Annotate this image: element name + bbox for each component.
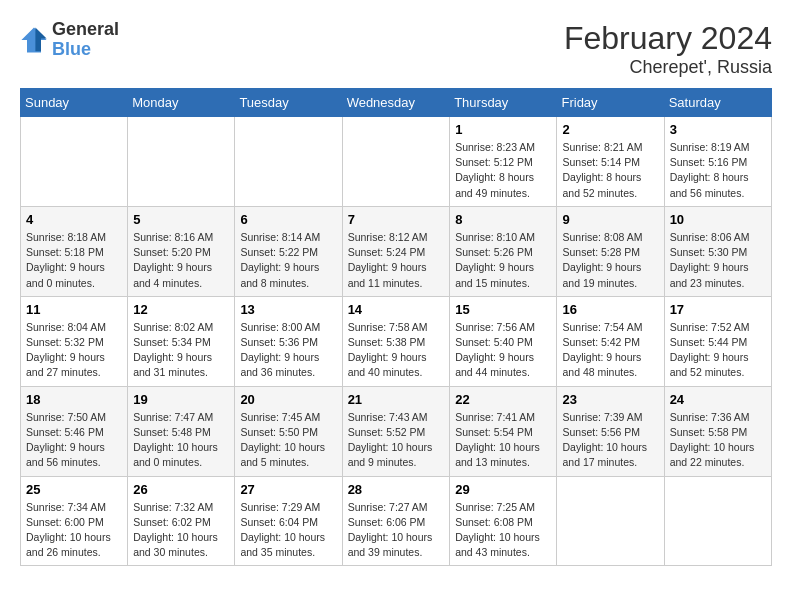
day-number: 1 — [455, 122, 551, 137]
day-number: 18 — [26, 392, 122, 407]
calendar-cell — [128, 117, 235, 207]
day-detail: Sunrise: 8:16 AM Sunset: 5:20 PM Dayligh… — [133, 230, 229, 291]
calendar-cell: 18Sunrise: 7:50 AM Sunset: 5:46 PM Dayli… — [21, 386, 128, 476]
day-number: 7 — [348, 212, 445, 227]
title-block: February 2024 Cherepet', Russia — [564, 20, 772, 78]
calendar-cell: 22Sunrise: 7:41 AM Sunset: 5:54 PM Dayli… — [450, 386, 557, 476]
day-number: 23 — [562, 392, 658, 407]
logo-blue: Blue — [52, 40, 119, 60]
day-number: 13 — [240, 302, 336, 317]
calendar-cell: 24Sunrise: 7:36 AM Sunset: 5:58 PM Dayli… — [664, 386, 771, 476]
week-row-4: 18Sunrise: 7:50 AM Sunset: 5:46 PM Dayli… — [21, 386, 772, 476]
day-number: 12 — [133, 302, 229, 317]
day-number: 21 — [348, 392, 445, 407]
day-detail: Sunrise: 7:27 AM Sunset: 6:06 PM Dayligh… — [348, 500, 445, 561]
day-detail: Sunrise: 8:02 AM Sunset: 5:34 PM Dayligh… — [133, 320, 229, 381]
page-subtitle: Cherepet', Russia — [564, 57, 772, 78]
day-number: 6 — [240, 212, 336, 227]
calendar-cell: 25Sunrise: 7:34 AM Sunset: 6:00 PM Dayli… — [21, 476, 128, 566]
week-row-5: 25Sunrise: 7:34 AM Sunset: 6:00 PM Dayli… — [21, 476, 772, 566]
day-detail: Sunrise: 7:34 AM Sunset: 6:00 PM Dayligh… — [26, 500, 122, 561]
day-detail: Sunrise: 8:06 AM Sunset: 5:30 PM Dayligh… — [670, 230, 766, 291]
day-number: 2 — [562, 122, 658, 137]
day-detail: Sunrise: 8:23 AM Sunset: 5:12 PM Dayligh… — [455, 140, 551, 201]
col-header-tuesday: Tuesday — [235, 89, 342, 117]
day-detail: Sunrise: 7:54 AM Sunset: 5:42 PM Dayligh… — [562, 320, 658, 381]
calendar-cell: 8Sunrise: 8:10 AM Sunset: 5:26 PM Daylig… — [450, 206, 557, 296]
calendar-cell: 27Sunrise: 7:29 AM Sunset: 6:04 PM Dayli… — [235, 476, 342, 566]
calendar-cell: 5Sunrise: 8:16 AM Sunset: 5:20 PM Daylig… — [128, 206, 235, 296]
week-row-3: 11Sunrise: 8:04 AM Sunset: 5:32 PM Dayli… — [21, 296, 772, 386]
day-detail: Sunrise: 8:12 AM Sunset: 5:24 PM Dayligh… — [348, 230, 445, 291]
calendar-header-row: SundayMondayTuesdayWednesdayThursdayFrid… — [21, 89, 772, 117]
col-header-sunday: Sunday — [21, 89, 128, 117]
calendar-cell: 21Sunrise: 7:43 AM Sunset: 5:52 PM Dayli… — [342, 386, 450, 476]
day-detail: Sunrise: 8:18 AM Sunset: 5:18 PM Dayligh… — [26, 230, 122, 291]
day-detail: Sunrise: 8:00 AM Sunset: 5:36 PM Dayligh… — [240, 320, 336, 381]
calendar-cell: 17Sunrise: 7:52 AM Sunset: 5:44 PM Dayli… — [664, 296, 771, 386]
day-number: 28 — [348, 482, 445, 497]
logo-general: General — [52, 20, 119, 40]
col-header-saturday: Saturday — [664, 89, 771, 117]
calendar-cell: 11Sunrise: 8:04 AM Sunset: 5:32 PM Dayli… — [21, 296, 128, 386]
calendar-cell: 6Sunrise: 8:14 AM Sunset: 5:22 PM Daylig… — [235, 206, 342, 296]
day-detail: Sunrise: 7:25 AM Sunset: 6:08 PM Dayligh… — [455, 500, 551, 561]
calendar-cell: 29Sunrise: 7:25 AM Sunset: 6:08 PM Dayli… — [450, 476, 557, 566]
day-detail: Sunrise: 7:39 AM Sunset: 5:56 PM Dayligh… — [562, 410, 658, 471]
day-detail: Sunrise: 7:29 AM Sunset: 6:04 PM Dayligh… — [240, 500, 336, 561]
logo-icon — [20, 26, 48, 54]
day-detail: Sunrise: 7:58 AM Sunset: 5:38 PM Dayligh… — [348, 320, 445, 381]
calendar-table: SundayMondayTuesdayWednesdayThursdayFrid… — [20, 88, 772, 566]
col-header-friday: Friday — [557, 89, 664, 117]
day-number: 16 — [562, 302, 658, 317]
day-number: 10 — [670, 212, 766, 227]
day-number: 11 — [26, 302, 122, 317]
day-detail: Sunrise: 8:10 AM Sunset: 5:26 PM Dayligh… — [455, 230, 551, 291]
calendar-cell: 28Sunrise: 7:27 AM Sunset: 6:06 PM Dayli… — [342, 476, 450, 566]
svg-marker-0 — [21, 27, 46, 52]
day-detail: Sunrise: 8:19 AM Sunset: 5:16 PM Dayligh… — [670, 140, 766, 201]
day-number: 8 — [455, 212, 551, 227]
day-number: 22 — [455, 392, 551, 407]
calendar-cell: 15Sunrise: 7:56 AM Sunset: 5:40 PM Dayli… — [450, 296, 557, 386]
calendar-cell — [21, 117, 128, 207]
calendar-cell: 12Sunrise: 8:02 AM Sunset: 5:34 PM Dayli… — [128, 296, 235, 386]
day-number: 3 — [670, 122, 766, 137]
day-detail: Sunrise: 7:50 AM Sunset: 5:46 PM Dayligh… — [26, 410, 122, 471]
page-header: General Blue February 2024 Cherepet', Ru… — [20, 20, 772, 78]
week-row-1: 1Sunrise: 8:23 AM Sunset: 5:12 PM Daylig… — [21, 117, 772, 207]
day-number: 17 — [670, 302, 766, 317]
day-number: 14 — [348, 302, 445, 317]
calendar-cell: 13Sunrise: 8:00 AM Sunset: 5:36 PM Dayli… — [235, 296, 342, 386]
calendar-cell — [235, 117, 342, 207]
day-detail: Sunrise: 7:52 AM Sunset: 5:44 PM Dayligh… — [670, 320, 766, 381]
day-detail: Sunrise: 7:36 AM Sunset: 5:58 PM Dayligh… — [670, 410, 766, 471]
col-header-thursday: Thursday — [450, 89, 557, 117]
week-row-2: 4Sunrise: 8:18 AM Sunset: 5:18 PM Daylig… — [21, 206, 772, 296]
day-detail: Sunrise: 7:32 AM Sunset: 6:02 PM Dayligh… — [133, 500, 229, 561]
calendar-cell: 26Sunrise: 7:32 AM Sunset: 6:02 PM Dayli… — [128, 476, 235, 566]
calendar-cell: 4Sunrise: 8:18 AM Sunset: 5:18 PM Daylig… — [21, 206, 128, 296]
calendar-cell: 7Sunrise: 8:12 AM Sunset: 5:24 PM Daylig… — [342, 206, 450, 296]
calendar-cell: 19Sunrise: 7:47 AM Sunset: 5:48 PM Dayli… — [128, 386, 235, 476]
day-detail: Sunrise: 7:56 AM Sunset: 5:40 PM Dayligh… — [455, 320, 551, 381]
day-detail: Sunrise: 7:47 AM Sunset: 5:48 PM Dayligh… — [133, 410, 229, 471]
day-detail: Sunrise: 8:21 AM Sunset: 5:14 PM Dayligh… — [562, 140, 658, 201]
calendar-cell: 3Sunrise: 8:19 AM Sunset: 5:16 PM Daylig… — [664, 117, 771, 207]
calendar-cell: 20Sunrise: 7:45 AM Sunset: 5:50 PM Dayli… — [235, 386, 342, 476]
day-detail: Sunrise: 7:43 AM Sunset: 5:52 PM Dayligh… — [348, 410, 445, 471]
logo: General Blue — [20, 20, 119, 60]
day-number: 29 — [455, 482, 551, 497]
day-number: 25 — [26, 482, 122, 497]
calendar-cell — [664, 476, 771, 566]
day-number: 24 — [670, 392, 766, 407]
day-number: 5 — [133, 212, 229, 227]
calendar-cell: 2Sunrise: 8:21 AM Sunset: 5:14 PM Daylig… — [557, 117, 664, 207]
col-header-wednesday: Wednesday — [342, 89, 450, 117]
day-detail: Sunrise: 7:41 AM Sunset: 5:54 PM Dayligh… — [455, 410, 551, 471]
calendar-cell: 23Sunrise: 7:39 AM Sunset: 5:56 PM Dayli… — [557, 386, 664, 476]
day-detail: Sunrise: 7:45 AM Sunset: 5:50 PM Dayligh… — [240, 410, 336, 471]
day-number: 9 — [562, 212, 658, 227]
calendar-cell: 1Sunrise: 8:23 AM Sunset: 5:12 PM Daylig… — [450, 117, 557, 207]
calendar-cell — [557, 476, 664, 566]
